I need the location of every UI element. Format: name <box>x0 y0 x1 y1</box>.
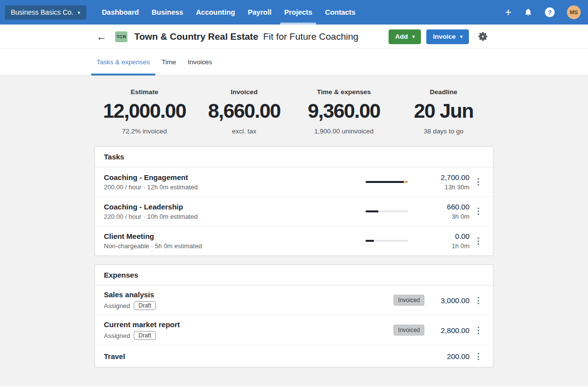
progress-fill <box>366 181 404 183</box>
nav-item-label: Dashboard <box>102 8 139 16</box>
summary-stats: Estimate 12,000.00 72.2% invoiced Invoic… <box>95 88 493 135</box>
chevron-down-icon: ▾ <box>460 34 463 39</box>
header-actions: Add ▾ Invoice ▾ <box>389 29 488 44</box>
task-amount: 660.00 <box>408 203 469 211</box>
nav-item-dashboard[interactable]: Dashboard <box>96 0 146 25</box>
expense-assigned-label: Assigned <box>104 302 130 310</box>
kebab-menu-icon[interactable]: ⋮ <box>469 296 487 305</box>
expense-row: Current market report Assigned Draft Inv… <box>95 315 493 345</box>
task-progress-bar <box>366 181 408 183</box>
invoiced-badge: Invoiced <box>393 325 424 335</box>
kebab-menu-icon[interactable]: ⋮ <box>469 178 487 186</box>
task-time: 1h 0m <box>408 242 469 250</box>
nav-item-label: Accounting <box>196 8 235 16</box>
expense-info: Current market report Assigned Draft <box>104 320 393 340</box>
task-name[interactable]: Coaching - Leadership <box>104 203 366 211</box>
stat-sub: 1,900.00 uninvoiced <box>294 128 394 135</box>
stat-deadline: Deadline 20 Jun 38 days to go <box>394 88 494 135</box>
progress-fill <box>366 240 374 242</box>
task-row: Client Meeting Non-chargeable · 5h 0m es… <box>95 226 493 256</box>
task-amount: 2,700.00 <box>408 173 469 181</box>
nav-item-label: Business <box>151 8 183 16</box>
stat-sub: excl. tax <box>195 128 294 135</box>
task-row: Coaching - Engagement 200.00 / hour · 12… <box>95 167 493 197</box>
task-progress-bar <box>366 210 408 212</box>
project-initials-badge: TCR <box>115 31 127 42</box>
nav-item-contacts[interactable]: Contacts <box>318 0 362 25</box>
tab-time[interactable]: Time <box>156 49 182 75</box>
stat-label: Deadline <box>394 88 494 96</box>
invoice-button[interactable]: Invoice ▾ <box>426 29 469 44</box>
task-info: Coaching - Leadership 220.00 / hour · 10… <box>104 203 366 220</box>
nav-item-label: Payroll <box>248 8 271 16</box>
expense-name[interactable]: Current market report <box>104 320 393 329</box>
task-info: Client Meeting Non-chargeable · 5h 0m es… <box>104 232 366 250</box>
avatar-initials: MS <box>570 9 578 15</box>
stat-time-expenses: Time & expenses 9,360.00 1,900.00 uninvo… <box>294 88 394 135</box>
stat-value: 12,000.00 <box>95 101 195 121</box>
top-navigation-bar: Business Basics Co. ▾ Dashboard Business… <box>0 0 588 25</box>
expense-name[interactable]: Sales analysis <box>104 290 393 299</box>
tab-label: Tasks & expenses <box>97 58 150 66</box>
expense-amount: 200.00 <box>430 352 469 361</box>
stat-value: 9,360.00 <box>294 101 394 121</box>
invoiced-badge: Invoiced <box>393 295 424 306</box>
task-time: 3h 0m <box>408 213 469 220</box>
avatar[interactable]: MS <box>567 5 581 19</box>
task-name[interactable]: Client Meeting <box>104 232 366 240</box>
expenses-panel-title: Expenses <box>95 265 493 285</box>
nav-item-accounting[interactable]: Accounting <box>190 0 242 25</box>
task-amounts: 660.00 3h 0m <box>408 203 469 220</box>
help-icon-glyph: ? <box>548 9 552 16</box>
content-area: Estimate 12,000.00 72.2% invoiced Invoic… <box>0 76 588 387</box>
project-header: ← TCR Town & Country Real Estate Fit for… <box>0 25 588 49</box>
stat-sub: 38 days to go <box>394 128 494 135</box>
kebab-menu-icon[interactable]: ⋮ <box>469 207 487 215</box>
nav-item-projects[interactable]: Projects <box>278 0 318 25</box>
add-button[interactable]: Add ▾ <box>389 29 421 44</box>
task-row: Coaching - Leadership 220.00 / hour · 10… <box>95 197 493 226</box>
progress-fill <box>366 210 378 212</box>
project-subtitle: Fit for Future Coaching <box>263 31 358 42</box>
project-tabs: Tasks & expenses Time Invoices <box>0 49 588 76</box>
help-icon[interactable]: ? <box>545 7 555 17</box>
tasks-panel: Tasks Coaching - Engagement 200.00 / hou… <box>95 146 493 256</box>
nav-item-label: Projects <box>284 8 312 16</box>
expense-info: Sales analysis Assigned Draft <box>104 290 393 310</box>
main-nav: Dashboard Business Accounting Payroll Pr… <box>96 0 362 25</box>
expenses-panel: Expenses Sales analysis Assigned Draft I… <box>95 264 493 367</box>
add-button-label: Add <box>395 33 408 40</box>
nav-item-label: Contacts <box>325 8 355 16</box>
bell-icon[interactable] <box>524 8 533 17</box>
plus-icon[interactable]: + <box>505 7 512 18</box>
stat-sub: 72.2% invoiced <box>95 128 195 135</box>
kebab-menu-icon[interactable]: ⋮ <box>469 326 487 335</box>
tab-invoices[interactable]: Invoices <box>182 49 218 75</box>
kebab-menu-icon[interactable]: ⋮ <box>469 237 487 245</box>
draft-badge: Draft <box>134 331 155 340</box>
task-name[interactable]: Coaching - Engagement <box>104 173 366 181</box>
task-progress-bar <box>366 240 408 242</box>
back-arrow-icon[interactable]: ← <box>97 31 107 42</box>
expense-name[interactable]: Travel <box>104 352 430 361</box>
project-title: Town & Country Real Estate <box>134 31 258 42</box>
stat-invoiced: Invoiced 8,660.00 excl. tax <box>195 88 294 135</box>
chevron-down-icon: ▾ <box>412 34 415 39</box>
stat-label: Estimate <box>95 88 195 96</box>
topnav-actions: + ? MS <box>505 5 588 19</box>
org-selector[interactable]: Business Basics Co. ▾ <box>5 5 86 20</box>
tab-label: Invoices <box>188 58 212 66</box>
task-amounts: 0.00 1h 0m <box>408 232 469 250</box>
kebab-menu-icon[interactable]: ⋮ <box>469 352 487 361</box>
tab-tasks-expenses[interactable]: Tasks & expenses <box>91 49 155 75</box>
nav-item-payroll[interactable]: Payroll <box>242 0 278 25</box>
tab-label: Time <box>162 58 176 66</box>
task-amount: 0.00 <box>408 232 469 240</box>
chevron-down-icon: ▾ <box>78 10 80 15</box>
nav-item-business[interactable]: Business <box>145 0 189 25</box>
expense-row: Sales analysis Assigned Draft Invoiced 3… <box>95 285 493 315</box>
gear-icon[interactable] <box>478 31 488 42</box>
stat-value: 8,660.00 <box>195 101 294 121</box>
stat-value: 20 Jun <box>394 101 494 121</box>
stat-label: Invoiced <box>195 88 294 96</box>
